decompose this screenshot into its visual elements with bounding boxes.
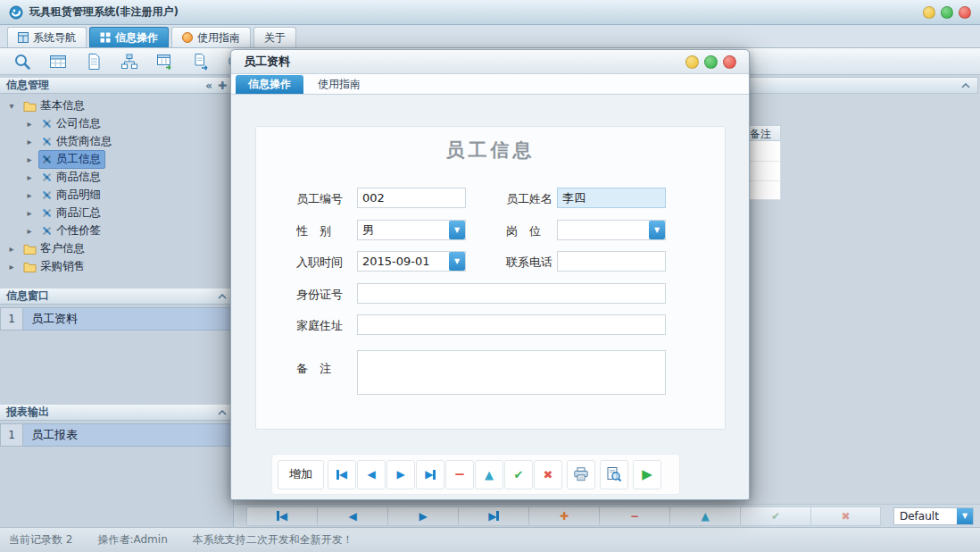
tree-item-price-tag[interactable]: ▸ 个性价签 [0, 222, 233, 239]
search-toolbar-button[interactable] [11, 51, 34, 72]
chevron-down-icon: ▼ [454, 226, 460, 234]
add-record-button[interactable]: ✚ [528, 506, 599, 526]
tab-label: 信息操作 [115, 30, 158, 46]
print-preview-icon [606, 466, 622, 482]
grid-icon [18, 32, 29, 43]
collapse-up-icon[interactable] [218, 294, 227, 299]
edit-record-button[interactable]: ▲ [475, 460, 503, 489]
tree-item-basic-info[interactable]: ▾ 基本信息 [0, 96, 233, 114]
dialog-title: 员工资料 [244, 54, 290, 70]
phone-input[interactable] [557, 251, 666, 272]
save-record-button[interactable]: ✔ [504, 460, 533, 489]
tab-system-nav[interactable]: 系统导航 [7, 27, 87, 47]
workflow-toolbar-button[interactable] [118, 51, 141, 72]
collapse-up-icon[interactable] [961, 83, 970, 88]
maximize-button[interactable] [941, 6, 953, 19]
main-tabbar: 系统导航 信息操作 使用指南 关于 [0, 25, 980, 48]
prev-record-button[interactable]: ◀ [357, 460, 386, 489]
tree-label: 商品汇总 [56, 205, 101, 221]
dialog-tab-user-guide[interactable]: 使用指南 [305, 75, 373, 94]
preview-button[interactable] [600, 460, 628, 489]
tools-icon [41, 154, 53, 165]
window-titlebar: 玩具租赁管理系统(非注册用户) [0, 0, 980, 25]
tree-item-company-info[interactable]: ▸ 公司信息 [0, 114, 233, 132]
tab-info-operations[interactable]: 信息操作 [89, 27, 169, 47]
tab-user-guide[interactable]: 使用指南 [171, 27, 251, 47]
remark-textarea[interactable] [357, 350, 666, 395]
tools-icon [41, 207, 53, 219]
address-input[interactable] [357, 314, 666, 335]
first-record-button[interactable]: ◀ [328, 460, 356, 489]
last-record-button[interactable]: ▶ [458, 506, 528, 526]
info-window-row-employee-data[interactable]: 1 员工资料 [0, 307, 233, 330]
tab-label: 使用指南 [197, 30, 240, 46]
minimize-button[interactable] [923, 6, 935, 19]
tree-item-product-info[interactable]: ▸ 商品信息 [0, 168, 233, 186]
expand-closed-icon[interactable]: ▸ [24, 172, 35, 182]
view-select-value: Default [900, 510, 939, 523]
tree-label: 基本信息 [40, 98, 85, 113]
first-record-button[interactable]: ◀ [246, 506, 317, 526]
emp-name-input[interactable] [557, 188, 666, 208]
tree-item-purchase-sales[interactable]: ▸ 采购销售 [0, 257, 233, 275]
export-document-toolbar-button[interactable] [189, 51, 212, 72]
row-label: 员工资料 [23, 307, 233, 330]
delete-record-button[interactable]: − [445, 460, 474, 489]
minus-icon: − [630, 510, 639, 523]
close-button[interactable] [959, 6, 971, 19]
next-record-button[interactable]: ▶ [386, 460, 415, 489]
dialog-maximize-button[interactable] [704, 55, 718, 69]
x-icon: ✖ [841, 510, 850, 523]
tree-item-employee-info[interactable]: ▸ 员工信息 [0, 150, 233, 168]
dialog-titlebar[interactable]: 员工资料 [231, 50, 749, 74]
expand-closed-icon[interactable]: ▸ [24, 137, 35, 146]
last-record-button[interactable]: ▶ [416, 460, 444, 489]
expand-closed-icon[interactable]: ▸ [6, 244, 17, 254]
tree-item-product-detail[interactable]: ▸ 商品明细 [0, 186, 233, 204]
view-select[interactable]: Default ▼ [893, 507, 974, 525]
pin-icon[interactable]: ✚ [218, 79, 227, 92]
tools-icon [41, 225, 53, 237]
window-title: 玩具租赁管理系统(非注册用户) [29, 4, 179, 20]
collapse-up-icon[interactable] [218, 410, 227, 415]
tree-item-supplier-info[interactable]: ▸ 供货商信息 [0, 132, 233, 150]
document-toolbar-button[interactable] [82, 51, 105, 72]
position-dropdown-button[interactable]: ▼ [649, 221, 665, 239]
emp-no-input[interactable] [357, 188, 466, 208]
chevron-down-icon: ▼ [454, 257, 460, 265]
prev-record-button[interactable]: ◀ [317, 506, 387, 526]
gender-dropdown-button[interactable]: ▼ [449, 221, 465, 239]
expand-closed-icon[interactable]: ▸ [24, 190, 35, 200]
cancel-record-button[interactable]: ✖ [534, 460, 562, 489]
chevron-down-icon[interactable]: ▼ [957, 508, 973, 524]
expand-open-icon[interactable]: ▾ [6, 101, 17, 111]
expand-closed-icon[interactable]: ▸ [24, 119, 35, 129]
dialog-tab-info-operations[interactable]: 信息操作 [236, 75, 303, 94]
dialog-close-button[interactable] [723, 55, 736, 69]
report-row-employee-report[interactable]: 1 员工报表 [0, 423, 233, 447]
tree-item-customer-info[interactable]: ▸ 客户信息 [0, 239, 233, 257]
export-table-toolbar-button[interactable] [154, 51, 177, 72]
hire-date-dropdown-button[interactable]: ▼ [449, 252, 465, 271]
panel-header-info-mgmt: 信息管理 « ✚ [0, 77, 233, 94]
table-toolbar-button[interactable] [46, 51, 70, 72]
tree-item-product-summary[interactable]: ▸ 商品汇总 [0, 204, 233, 222]
id-no-input[interactable] [357, 283, 666, 304]
cancel-record-button[interactable]: ✖ [810, 506, 881, 526]
expand-closed-icon[interactable]: ▸ [24, 226, 35, 236]
add-button[interactable]: 增加 [278, 460, 324, 489]
tools-icon [41, 189, 53, 201]
dialog-minimize-button[interactable] [685, 55, 699, 69]
delete-record-button[interactable]: − [599, 506, 669, 526]
tab-about[interactable]: 关于 [253, 27, 296, 47]
collapse-left-icon[interactable]: « [205, 79, 212, 92]
print-button[interactable] [567, 460, 595, 489]
expand-closed-icon[interactable]: ▸ [6, 262, 17, 272]
expand-closed-icon[interactable]: ▸ [24, 155, 35, 164]
next-record-button[interactable]: ▶ [387, 506, 458, 526]
id-no-label: 身份证号 [296, 287, 343, 303]
edit-record-button[interactable]: ▲ [669, 506, 740, 526]
save-record-button[interactable]: ✔ [740, 506, 810, 526]
run-button[interactable]: ▶ [633, 460, 661, 489]
expand-closed-icon[interactable]: ▸ [24, 208, 35, 218]
